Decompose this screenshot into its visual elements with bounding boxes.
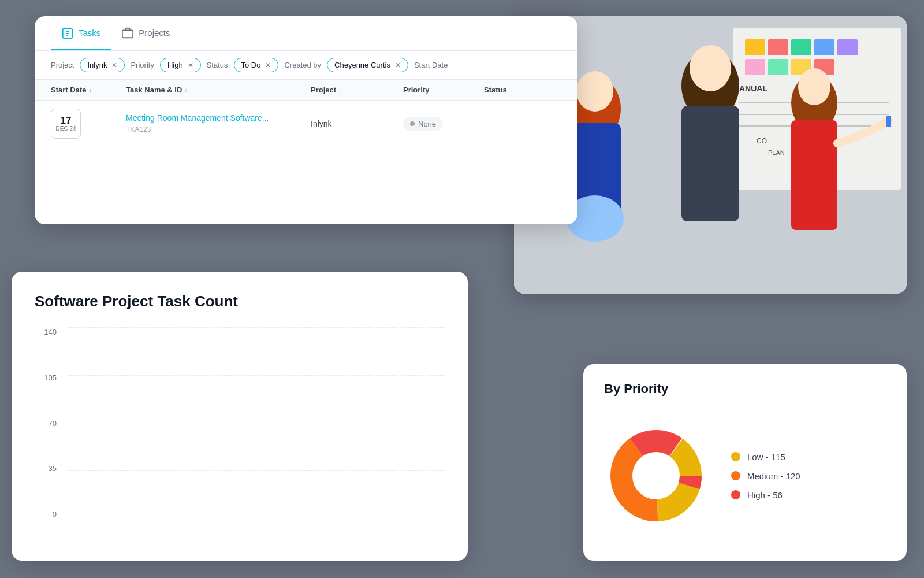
tab-bar: Tasks Projects <box>35 16 578 51</box>
y-label-35: 35 <box>35 464 57 473</box>
grid-lines <box>68 328 445 518</box>
svg-point-18 <box>576 71 613 112</box>
legend-item-low: Low - 115 <box>731 452 800 462</box>
y-label-140: 140 <box>35 328 57 336</box>
sort-task-name-icon: ↑ <box>184 87 188 94</box>
priority-cell: None <box>403 117 484 131</box>
date-cell: 17 DEC 24 <box>51 109 126 139</box>
y-label-0: 0 <box>35 510 57 518</box>
filter-label-created-by: Created by <box>284 61 321 69</box>
legend-label-high: High - 56 <box>747 490 783 500</box>
svg-text:ANUAL: ANUAL <box>739 84 767 93</box>
svg-rect-1 <box>122 30 133 38</box>
filter-label-priority: Priority <box>131 61 154 69</box>
donut-content: Low - 115 Medium - 120 High - 56 <box>604 408 886 543</box>
donut-svg <box>604 424 708 528</box>
svg-point-25 <box>798 68 830 105</box>
filter-label-start-date: Start Date <box>414 61 448 69</box>
svg-rect-23 <box>681 106 739 221</box>
close-todo-icon[interactable]: ✕ <box>265 61 271 69</box>
date-box: 17 DEC 24 <box>51 109 81 139</box>
svg-rect-7 <box>814 39 834 55</box>
grid-line-105 <box>68 375 445 376</box>
grid-line-0 <box>68 518 445 518</box>
grid-line-35 <box>68 470 445 471</box>
task-manager-card: Tasks Projects Project Inlynk ✕ Priority… <box>35 16 578 224</box>
project-name: Inlynk <box>311 119 332 128</box>
chart-title: Software Project Task Count <box>35 292 445 310</box>
donut-legend: Low - 115 Medium - 120 High - 56 <box>731 452 800 500</box>
svg-rect-10 <box>768 59 788 75</box>
th-start-date[interactable]: Start Date ↑ <box>51 86 126 94</box>
svg-rect-26 <box>791 120 837 230</box>
donut-svg-wrap <box>604 424 708 528</box>
priority-badge: None <box>403 117 443 131</box>
y-label-70: 70 <box>35 419 57 428</box>
bar-chart-area: 140 105 70 35 0 <box>35 328 445 518</box>
tab-tasks[interactable]: Tasks <box>51 16 111 50</box>
close-cheyenne-icon[interactable]: ✕ <box>395 61 401 69</box>
bar-chart-card: Software Project Task Count 140 105 70 3… <box>12 272 468 561</box>
filter-chip-cheyenne[interactable]: Cheyenne Curtis ✕ <box>327 58 408 72</box>
close-inlynk-icon[interactable]: ✕ <box>111 61 117 69</box>
donut-title: By Priority <box>604 381 886 397</box>
tab-projects[interactable]: Projects <box>111 16 180 50</box>
th-status: Status <box>484 86 553 94</box>
filter-chip-high[interactable]: High ✕ <box>160 58 201 72</box>
legend-item-medium: Medium - 120 <box>731 471 800 481</box>
legend-label-low: Low - 115 <box>747 452 785 462</box>
svg-rect-9 <box>745 59 765 75</box>
legend-item-high: High - 56 <box>731 490 800 500</box>
y-axis: 140 105 70 35 0 <box>35 328 57 518</box>
tasks-icon <box>61 27 74 39</box>
svg-rect-8 <box>837 39 858 55</box>
grid-line-70 <box>68 423 445 423</box>
filter-chip-todo[interactable]: To Do ✕ <box>234 58 279 72</box>
project-cell: Inlynk <box>311 118 403 129</box>
svg-rect-6 <box>791 39 811 55</box>
filter-chip-todo-label: To Do <box>241 61 261 69</box>
task-id: TKA123 <box>126 125 151 134</box>
svg-text:PLAN: PLAN <box>768 149 785 156</box>
filter-chip-cheyenne-label: Cheyenne Curtis <box>334 61 390 69</box>
legend-dot-high <box>731 490 740 499</box>
task-link[interactable]: Meeting Room Management Software... <box>126 113 311 123</box>
svg-point-33 <box>635 455 677 497</box>
task-name-cell: Meeting Room Management Software... TKA1… <box>126 113 311 134</box>
priority-dot-icon <box>410 121 415 126</box>
date-day: 17 <box>61 116 72 125</box>
legend-label-medium: Medium - 120 <box>747 471 800 481</box>
th-priority: Priority <box>403 86 484 94</box>
filter-label-status: Status <box>207 61 228 69</box>
filter-bar: Project Inlynk ✕ Priority High ✕ Status … <box>35 51 578 80</box>
filter-chip-inlynk-label: Inlynk <box>87 61 107 69</box>
svg-rect-4 <box>745 39 765 55</box>
bars-area <box>68 328 445 518</box>
svg-point-22 <box>690 45 731 91</box>
filter-chip-inlynk[interactable]: Inlynk ✕ <box>80 58 125 72</box>
th-project[interactable]: Project ↕ <box>311 86 403 94</box>
date-month: DEC 24 <box>55 125 76 132</box>
table-header: Start Date ↑ Task Name & ID ↑ Project ↕ … <box>35 80 578 101</box>
sort-project-icon: ↕ <box>338 87 342 94</box>
th-task-name[interactable]: Task Name & ID ↑ <box>126 86 311 94</box>
projects-icon <box>121 27 134 39</box>
close-high-icon[interactable]: ✕ <box>188 61 193 69</box>
y-label-105: 105 <box>35 373 57 382</box>
svg-text:CO: CO <box>757 137 767 145</box>
legend-dot-medium <box>731 471 740 480</box>
sort-start-date-icon: ↑ <box>88 87 92 94</box>
svg-rect-5 <box>768 39 788 55</box>
tab-projects-label: Projects <box>139 28 170 38</box>
legend-dot-low <box>731 452 740 461</box>
filter-chip-high-label: High <box>167 61 183 69</box>
tab-tasks-label: Tasks <box>79 28 100 38</box>
svg-rect-27 <box>886 116 891 127</box>
grid-line-top <box>68 327 445 328</box>
filter-label-project: Project <box>51 61 74 69</box>
donut-chart-card: By Priority Low - 115 Medium - 120 <box>583 364 907 561</box>
table-row: 17 DEC 24 Meeting Room Management Softwa… <box>35 101 578 147</box>
